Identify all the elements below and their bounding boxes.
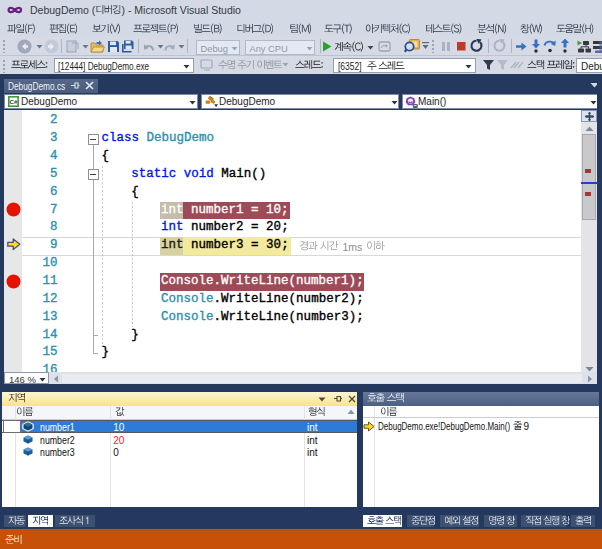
- svg-text:C#: C#: [9, 98, 17, 105]
